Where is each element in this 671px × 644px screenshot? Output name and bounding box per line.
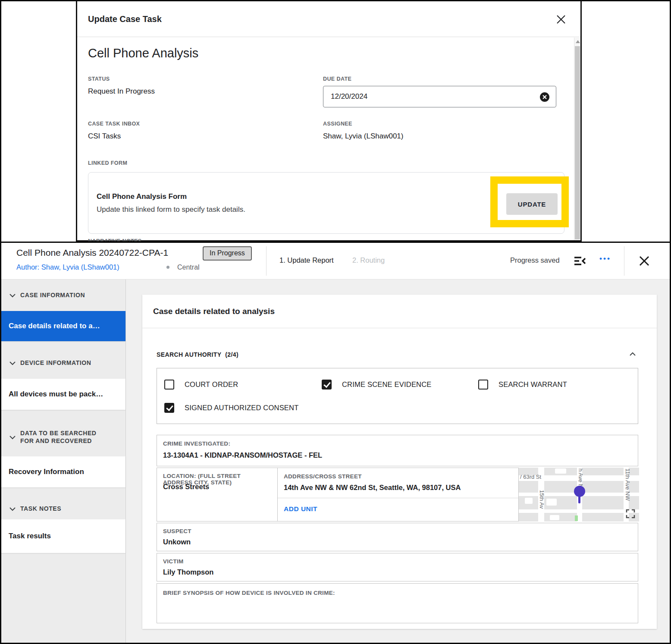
location-map-thumbnail[interactable]: / 63rd St 15th Av h Ave NW 11th Ave NW xyxy=(519,468,639,521)
form-window-header: Cell Phone Analysis 20240722-CPA-1 In Pr… xyxy=(0,243,671,280)
sidebar-section-device-information[interactable]: DEVICE INFORMATION xyxy=(0,351,125,374)
address-cell-divider xyxy=(278,498,518,498)
synopsis-field[interactable]: BRIEF SYNOPSIS OF HOW DEVICE IS INVOLVED… xyxy=(157,583,638,623)
header-divider-1 xyxy=(266,246,267,276)
sidebar-section-label: DEVICE INFORMATION xyxy=(20,359,96,367)
dialog-scrollbar[interactable] xyxy=(574,38,580,240)
linked-form-description: Update this linked form to specify task … xyxy=(97,205,245,214)
victim-label: VICTIM xyxy=(163,558,184,565)
search-authority-text: SEARCH AUTHORITY xyxy=(157,351,222,358)
option-court-order[interactable]: COURT ORDER xyxy=(164,380,238,390)
synopsis-label: BRIEF SYNOPSIS OF HOW DEVICE IS INVOLVED… xyxy=(163,590,335,596)
case-task-inbox-label: CASE TASK INBOX xyxy=(88,121,140,127)
clipped-notes-label: NARRATIVE NOTES xyxy=(88,238,217,241)
map-building xyxy=(525,498,533,504)
sidebar-section-task-notes[interactable]: TASK NOTES xyxy=(0,496,125,520)
assignee-value: Shaw, Lyvia (LShaw001) xyxy=(323,132,403,141)
screenshot-root: Update Case Task Cell Phone Analysis STA… xyxy=(0,0,671,644)
sidebar-item-label: Recovery Information xyxy=(9,468,84,476)
map-green-segment xyxy=(575,515,578,521)
map-pin-icon xyxy=(574,486,585,497)
sidebar-section-label: DATA TO BE SEARCHED FOR AND RECOVERED xyxy=(20,429,115,445)
section-title-divider xyxy=(142,328,657,328)
linked-form-name: Cell Phone Analysis Form xyxy=(97,192,187,201)
scrollbar-thumb[interactable] xyxy=(575,46,580,239)
linked-form-card: Cell Phone Analysis Form Update this lin… xyxy=(88,172,564,234)
address-label: ADDRESS/CROSS STREET xyxy=(284,473,362,480)
victim-field[interactable]: VICTIM Lily Thompson xyxy=(157,553,638,581)
address-field[interactable]: ADDRESS/CROSS STREET 14th Ave NW & NW 62… xyxy=(277,468,519,521)
sidebar-item-case-details[interactable]: Case details related to a… xyxy=(0,311,125,341)
option-signed-authorized-consent[interactable]: SIGNED AUTHORIZED CONSENT xyxy=(164,403,298,413)
chevron-up-icon[interactable] xyxy=(629,351,637,357)
sidebar-item-recovery-information[interactable]: Recovery Information xyxy=(0,456,125,487)
map-building xyxy=(555,468,566,474)
sidebar-item-all-devices[interactable]: All devices must be pack… xyxy=(0,379,125,410)
crime-investigated-label: CRIME INVESTIGATED: xyxy=(163,440,230,447)
sidebar-item-task-results[interactable]: Task results xyxy=(0,519,125,553)
cell-phone-analysis-window: Cell Phone Analysis 20240722-CPA-1 In Pr… xyxy=(0,242,671,644)
chevron-down-icon xyxy=(9,434,16,440)
form-title: Cell Phone Analysis 20240722-CPA-1 xyxy=(16,248,168,258)
assignee-label: ASSIGNEE xyxy=(323,121,352,127)
map-label-15th-ave: 15th Av xyxy=(539,490,545,509)
location-field[interactable]: LOCATION: (FULL STREET ADDRESS CITY, STA… xyxy=(157,468,278,521)
checkbox-court-order[interactable] xyxy=(164,380,174,390)
update-case-task-dialog: Update Case Task Cell Phone Analysis STA… xyxy=(76,0,582,242)
close-icon[interactable] xyxy=(554,13,568,26)
scroll-up-arrow-icon[interactable] xyxy=(576,40,580,43)
victim-value: Lily Thompson xyxy=(163,568,213,576)
checkbox-search-warrant[interactable] xyxy=(478,380,488,390)
map-label-11th-ave-nw: 11th Ave NW xyxy=(624,468,631,501)
dialog-title: Update Case Task xyxy=(88,14,162,24)
checkbox-label: COURT ORDER xyxy=(185,380,238,389)
status-value: Request In Progress xyxy=(88,87,155,96)
checkbox-signed-authorized-consent[interactable] xyxy=(164,403,174,413)
chevron-down-icon xyxy=(9,360,16,365)
sidebar-item-label: Task results xyxy=(9,532,51,540)
more-options-icon[interactable]: ••• xyxy=(599,254,611,263)
chevron-down-icon xyxy=(9,506,16,511)
status-badge: In Progress xyxy=(203,246,252,261)
search-authority-count: (2/4) xyxy=(225,351,238,358)
search-authority-label: SEARCH AUTHORITY (2/4) xyxy=(157,351,238,358)
add-unit-link[interactable]: ADD UNIT xyxy=(284,505,317,513)
sidebar-section-case-information[interactable]: CASE INFORMATION xyxy=(0,282,125,308)
option-crime-scene-evidence[interactable]: CRIME SCENE EVIDENCE xyxy=(322,380,432,390)
checkbox-label: CRIME SCENE EVIDENCE xyxy=(342,380,432,389)
due-date-input[interactable]: 12/20/2024 xyxy=(323,86,556,107)
task-heading: Cell Phone Analysis xyxy=(88,46,198,60)
suspect-value: Unkown xyxy=(163,538,191,546)
address-value: 14th Ave NW & NW 62nd St, Seattle, WA, 9… xyxy=(284,484,461,492)
clear-date-icon[interactable] xyxy=(539,92,550,102)
map-pin-stem xyxy=(578,496,580,503)
crime-investigated-field[interactable]: CRIME INVESTIGATED: 13-1304A1 - KIDNAP-R… xyxy=(157,435,638,466)
sidebar-section-data-to-be-searched[interactable]: DATA TO BE SEARCHED FOR AND RECOVERED xyxy=(0,422,125,452)
option-search-warrant[interactable]: SEARCH WARRANT xyxy=(478,380,567,390)
collapse-list-icon[interactable] xyxy=(574,255,586,267)
fullscreen-icon[interactable] xyxy=(626,509,635,518)
window-close-icon[interactable] xyxy=(637,254,652,268)
case-details-card: Case details related to analysis SEARCH … xyxy=(142,295,657,629)
map-building xyxy=(550,515,559,520)
suspect-label: SUSPECT xyxy=(163,528,191,534)
step-routing[interactable]: 2. Routing xyxy=(352,256,385,264)
chevron-down-icon xyxy=(9,292,16,298)
region-label: Central xyxy=(177,264,200,271)
checkbox-crime-scene-evidence[interactable] xyxy=(322,380,332,390)
search-authority-group: COURT ORDER CRIME SCENE EVIDENCE SEARCH … xyxy=(157,368,638,424)
checkbox-label: SIGNED AUTHORIZED CONSENT xyxy=(185,404,298,412)
location-label-line1: LOCATION: (FULL STREET xyxy=(163,473,241,479)
author-link[interactable]: Author: Shaw, Lyvia (LShaw001) xyxy=(16,263,119,271)
linked-form-label: LINKED FORM xyxy=(88,160,127,166)
checkbox-label: SEARCH WARRANT xyxy=(499,380,567,389)
suspect-field[interactable]: SUSPECT Unkown xyxy=(157,523,638,551)
sidebar-section-label: TASK NOTES xyxy=(20,505,66,512)
step-update-report[interactable]: 1. Update Report xyxy=(279,256,334,264)
due-date-value: 12/20/2024 xyxy=(331,92,367,101)
map-building xyxy=(546,499,557,506)
sidebar-section-label: CASE INFORMATION xyxy=(20,291,89,299)
location-value: Cross Streets xyxy=(163,483,209,491)
progress-saved-text: Progress saved xyxy=(510,256,560,264)
update-button[interactable]: UPDATE xyxy=(506,193,558,215)
